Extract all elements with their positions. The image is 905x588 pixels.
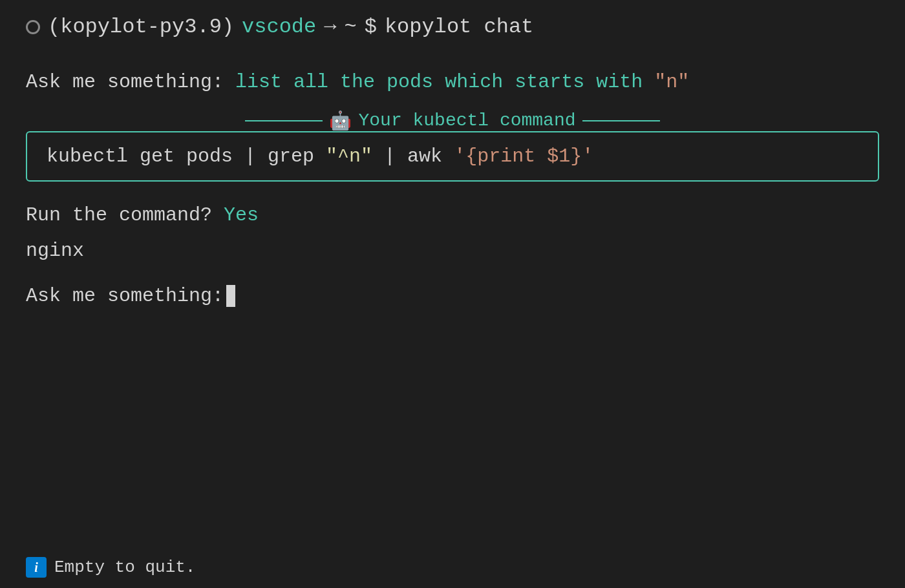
cmd-str2: '{print $1}' [454,145,593,167]
result-line: nginx [26,236,879,266]
header-dash-left [245,120,323,121]
query-prefix: list all the pods [235,71,433,93]
cursor [226,285,235,307]
command-text: kubectl get pods | grep "^n" | awk '{pri… [47,145,593,167]
result-output: nginx [26,240,84,262]
info-icon: i [26,557,47,578]
query-which: which [445,71,515,93]
cmd-part2: | awk [384,145,442,167]
ask-label-2: Ask me something: [26,285,224,307]
query-starts: starts [515,71,596,93]
bottom-bar: i Empty to quit. [0,547,905,588]
query-with: with [596,71,654,93]
second-prompt-line: Ask me something: [26,285,879,307]
user-query: list all the pods which starts with "n" [235,71,689,93]
first-prompt-line: Ask me something: list all the pods whic… [26,68,879,97]
robot-emoji: 🤖 [329,110,352,132]
ask-label-1: Ask me something: [26,71,235,93]
cmd-part1: kubectl get pods | grep [47,145,314,167]
cmd-str1: "^n" [326,145,384,167]
run-line: Run the command? Yes [26,201,879,230]
circle-icon [26,20,40,34]
env-label: (kopylot-py3.9) [48,13,234,42]
title-bar: (kopylot-py3.9) vscode → ~ $ kopylot cha… [26,13,879,42]
terminal-window: (kopylot-py3.9) vscode → ~ $ kopylot cha… [0,0,905,588]
vscode-label: vscode [242,13,316,42]
main-command: kopylot chat [385,13,533,42]
command-box-header-line: 🤖 Your kubectl command [26,110,879,132]
command-box: kubectl get pods | grep "^n" | awk '{pri… [26,131,879,182]
run-answer: Yes [224,204,259,226]
arrow-label: → [324,13,336,42]
header-dash-right [582,120,660,121]
run-label: Run the command? [26,204,212,226]
tilde-label: ~ [344,13,356,42]
dollar-label: $ [365,13,377,42]
query-quoted: "n" [654,71,689,93]
bottom-text: Empty to quit. [54,558,195,577]
command-box-wrapper: 🤖 Your kubectl command kubectl get pods … [26,110,879,182]
kubectl-command-label: Your kubectl command [358,110,575,131]
